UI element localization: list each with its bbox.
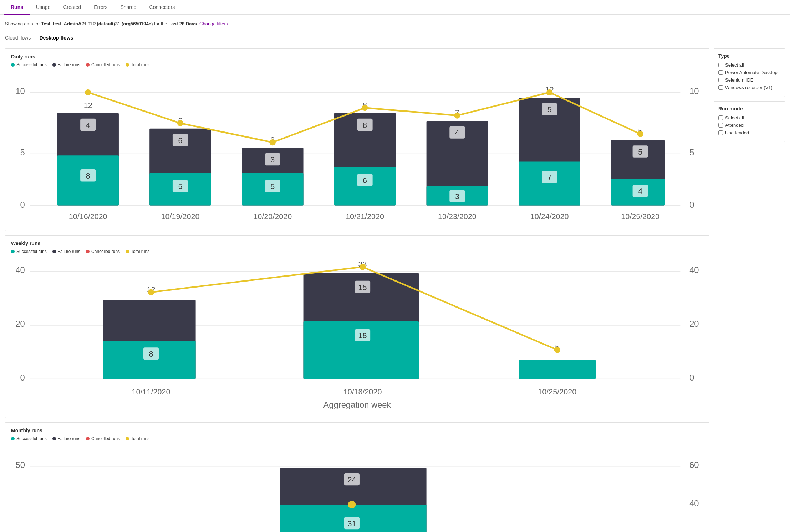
- run-mode-unattended-checkbox[interactable]: [718, 130, 723, 135]
- svg-text:4: 4: [86, 121, 90, 130]
- svg-rect-83: [103, 341, 196, 379]
- svg-text:10/21/2020: 10/21/2020: [346, 212, 384, 221]
- svg-point-70: [546, 89, 552, 95]
- weekly-runs-title: Weekly runs: [11, 241, 703, 246]
- svg-text:10/19/2020: 10/19/2020: [161, 212, 200, 221]
- sub-tab-cloud[interactable]: Cloud flows: [5, 33, 31, 43]
- svg-text:24: 24: [347, 475, 356, 484]
- svg-text:10/23/2020: 10/23/2020: [438, 212, 476, 221]
- weekly-legend-cancelled: Cancelled runs: [86, 249, 120, 254]
- tab-errors[interactable]: Errors: [87, 0, 114, 14]
- run-mode-filter-box: Run mode Select all Attended Unattended: [714, 101, 785, 142]
- type-select-all[interactable]: Select all: [718, 62, 780, 68]
- legend-failure-label: Failure runs: [58, 62, 80, 67]
- type-selenium-label: Selenium IDE: [725, 77, 753, 83]
- svg-text:Aggregation date: Aggregation date: [325, 223, 389, 225]
- svg-text:0: 0: [20, 373, 25, 382]
- svg-point-68: [362, 105, 368, 111]
- sidebar-col: Type Select all Power Automate Desktop S…: [714, 48, 785, 532]
- monthly-runs-card: Monthly runs Successful runs Failure run…: [5, 422, 709, 532]
- svg-text:3: 3: [455, 192, 459, 201]
- svg-text:12: 12: [84, 101, 92, 110]
- svg-text:8: 8: [149, 350, 153, 359]
- svg-text:15: 15: [358, 283, 367, 292]
- failure-dot: [52, 63, 56, 67]
- change-filters-link[interactable]: Change filters: [199, 21, 228, 26]
- run-mode-unattended[interactable]: Unattended: [718, 130, 780, 135]
- svg-rect-50: [519, 161, 580, 205]
- tab-created[interactable]: Created: [57, 0, 87, 14]
- m-failure-dot: [52, 437, 56, 440]
- tab-runs[interactable]: Runs: [4, 0, 30, 14]
- m-failure-label: Failure runs: [58, 436, 80, 441]
- type-select-all-checkbox[interactable]: [718, 63, 723, 67]
- type-windows-recorder-checkbox[interactable]: [718, 85, 723, 90]
- monthly-legend-total: Total runs: [126, 436, 149, 441]
- weekly-legend-failure: Failure runs: [52, 249, 80, 254]
- svg-text:10/11/2020: 10/11/2020: [132, 387, 170, 396]
- type-filter-box: Type Select all Power Automate Desktop S…: [714, 48, 785, 97]
- nav-tabs: Runs Usage Created Errors Shared Connect…: [0, 0, 790, 15]
- tab-shared[interactable]: Shared: [114, 0, 143, 14]
- svg-text:5: 5: [547, 105, 552, 114]
- w-total-dot: [126, 250, 129, 253]
- monthly-chart-svg: 50 0 60 40 0 24: [11, 445, 703, 532]
- legend-failure: Failure runs: [52, 62, 80, 67]
- tab-usage[interactable]: Usage: [30, 0, 57, 14]
- type-windows-recorder-label: Windows recorder (V1): [725, 85, 773, 90]
- weekly-legend-success: Successful runs: [11, 249, 47, 254]
- main-layout: Daily runs Successful runs Failure runs …: [0, 43, 790, 532]
- svg-point-114: [348, 501, 356, 508]
- tab-connectors[interactable]: Connectors: [143, 0, 182, 14]
- sub-tab-desktop[interactable]: Desktop flows: [39, 33, 73, 43]
- type-select-all-label: Select all: [725, 62, 744, 68]
- info-env: Test_test_AdminAPI_TIP (default)31 (org5…: [41, 21, 153, 26]
- legend-total-label: Total runs: [131, 62, 149, 67]
- weekly-legend-total: Total runs: [126, 249, 149, 254]
- svg-text:50: 50: [15, 460, 25, 469]
- run-mode-attended-label: Attended: [725, 123, 744, 128]
- type-filter-title: Type: [718, 53, 780, 59]
- svg-text:5: 5: [689, 148, 694, 157]
- success-dot: [11, 63, 15, 67]
- type-windows-recorder[interactable]: Windows recorder (V1): [718, 85, 780, 90]
- svg-point-66: [177, 120, 183, 126]
- svg-text:Aggregation week: Aggregation week: [323, 400, 391, 409]
- monthly-legend-success: Successful runs: [11, 436, 47, 441]
- type-power-automate[interactable]: Power Automate Desktop: [718, 70, 780, 75]
- svg-text:0: 0: [689, 200, 694, 210]
- total-dot: [126, 63, 129, 67]
- w-failure-dot: [52, 250, 56, 253]
- weekly-legend: Successful runs Failure runs Cancelled r…: [11, 249, 703, 254]
- svg-text:10: 10: [689, 87, 699, 96]
- svg-text:8: 8: [86, 171, 90, 180]
- svg-text:40: 40: [689, 499, 699, 508]
- info-prefix: Showing data for: [5, 21, 41, 26]
- monthly-legend-cancelled: Cancelled runs: [86, 436, 120, 441]
- svg-text:5: 5: [638, 148, 642, 156]
- svg-text:8: 8: [363, 121, 367, 130]
- daily-chart-area: 10 5 0 10 5 0: [11, 71, 703, 226]
- type-power-automate-checkbox[interactable]: [718, 70, 723, 75]
- run-mode-select-all-checkbox[interactable]: [718, 115, 723, 120]
- run-mode-select-all[interactable]: Select all: [718, 115, 780, 120]
- monthly-legend-failure: Failure runs: [52, 436, 80, 441]
- m-success-dot: [11, 437, 15, 440]
- svg-text:10/25/2020: 10/25/2020: [621, 212, 659, 221]
- svg-text:3: 3: [270, 155, 275, 164]
- svg-text:5: 5: [270, 182, 275, 191]
- m-total-label: Total runs: [131, 436, 149, 441]
- cancelled-dot: [86, 63, 90, 67]
- run-mode-attended-checkbox[interactable]: [718, 123, 723, 128]
- svg-text:40: 40: [15, 265, 25, 275]
- svg-point-71: [637, 131, 643, 137]
- legend-cancelled: Cancelled runs: [86, 62, 120, 67]
- svg-text:20: 20: [15, 319, 25, 329]
- type-selenium-checkbox[interactable]: [718, 78, 723, 82]
- svg-point-67: [270, 139, 276, 145]
- run-mode-attended[interactable]: Attended: [718, 123, 780, 128]
- svg-text:10/16/2020: 10/16/2020: [69, 212, 107, 221]
- type-selenium[interactable]: Selenium IDE: [718, 77, 780, 83]
- info-suffix: .: [197, 21, 198, 26]
- run-mode-filter-title: Run mode: [718, 106, 780, 112]
